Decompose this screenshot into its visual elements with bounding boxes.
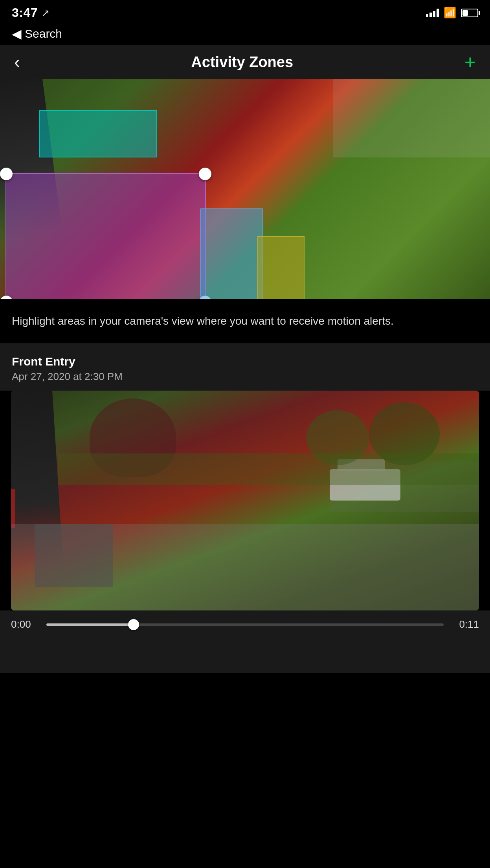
video-steps bbox=[35, 524, 113, 587]
video-controls: 0:00 0:11 bbox=[0, 610, 490, 641]
signal-bar-1 bbox=[426, 14, 428, 17]
zone-yellow[interactable] bbox=[257, 236, 305, 299]
video-scene bbox=[11, 391, 479, 610]
activity-date: Apr 27, 2020 at 2:30 PM bbox=[12, 371, 478, 383]
description-section: Highlight areas in your camera's view wh… bbox=[0, 299, 490, 344]
video-red-car bbox=[11, 489, 15, 528]
time-end: 0:11 bbox=[451, 618, 479, 630]
signal-bar-3 bbox=[433, 11, 435, 17]
zone-purple[interactable] bbox=[6, 173, 206, 299]
camera-zone-view bbox=[0, 79, 490, 299]
progress-thumb[interactable] bbox=[128, 619, 139, 630]
driveway-area bbox=[333, 79, 490, 157]
page-title: Activity Zones bbox=[191, 54, 293, 71]
bottom-safe-area bbox=[0, 641, 490, 673]
back-label[interactable]: Search bbox=[25, 27, 62, 40]
header: ‹ Activity Zones + bbox=[0, 45, 490, 79]
signal-bar-4 bbox=[437, 9, 439, 17]
zone-teal[interactable] bbox=[39, 110, 157, 157]
wifi-icon: 📶 bbox=[444, 7, 456, 19]
activity-section: Front Entry Apr 27, 2020 at 2:30 PM bbox=[0, 344, 490, 391]
back-chevron-icon: ◀ bbox=[12, 26, 22, 41]
battery-icon bbox=[461, 9, 478, 17]
battery-fill bbox=[462, 10, 468, 16]
time-start: 0:00 bbox=[11, 618, 39, 630]
zone-handle-tl[interactable] bbox=[0, 168, 13, 180]
progress-fill bbox=[46, 623, 134, 626]
video-thumbnail[interactable] bbox=[11, 391, 479, 610]
status-time: 3:47 bbox=[12, 5, 38, 20]
header-back-button[interactable]: ‹ bbox=[14, 53, 20, 71]
status-icons: 📶 bbox=[426, 7, 478, 19]
zone-blue[interactable] bbox=[200, 208, 263, 299]
zone-handle-tr[interactable] bbox=[199, 168, 211, 180]
status-bar: 3:47 ↗ 📶 bbox=[0, 0, 490, 23]
signal-bars bbox=[426, 9, 439, 17]
hedge bbox=[58, 453, 479, 485]
location-icon: ↗ bbox=[42, 7, 50, 18]
back-navigation[interactable]: ◀ Search bbox=[0, 23, 490, 45]
add-zone-button[interactable]: + bbox=[464, 52, 476, 72]
signal-bar-2 bbox=[429, 13, 432, 17]
activity-title: Front Entry bbox=[12, 355, 478, 368]
progress-track[interactable] bbox=[46, 623, 444, 626]
description-text: Highlight areas in your camera's view wh… bbox=[12, 313, 478, 329]
